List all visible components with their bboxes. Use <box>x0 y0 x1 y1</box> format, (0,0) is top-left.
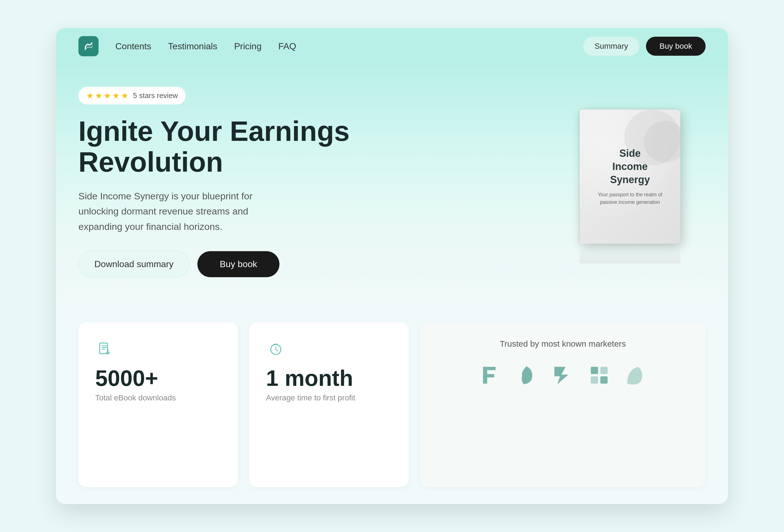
navbar: Contents Testimonials Pricing FAQ Summar… <box>56 28 728 64</box>
brand-logo-1 <box>477 363 503 388</box>
hero-left: ★ ★ ★ ★ ★ 5 stars review Ignite Your Ear… <box>78 87 566 278</box>
book-reflection <box>580 247 680 263</box>
svg-rect-5 <box>600 376 608 384</box>
book-subtitle: Your passport to the realm ofpassive inc… <box>598 191 662 206</box>
stars-badge: ★ ★ ★ ★ ★ 5 stars review <box>78 87 186 105</box>
nav-pricing[interactable]: Pricing <box>234 41 261 52</box>
hero-section: ★ ★ ★ ★ ★ 5 stars review Ignite Your Ear… <box>56 64 728 306</box>
stat-card-time: 1 month Average time to first profit <box>249 322 409 487</box>
nav-testimonials[interactable]: Testimonials <box>168 41 217 52</box>
nav-actions: Summary Buy book <box>583 37 706 56</box>
stat-card-downloads: 5000+ Total eBook downloads <box>78 322 238 487</box>
book-download-icon <box>95 339 115 359</box>
nav-contents[interactable]: Contents <box>115 41 151 52</box>
stat-number-time: 1 month <box>266 367 353 390</box>
brand-logos <box>437 363 689 388</box>
brand-logo-2 <box>514 363 539 388</box>
trusted-title: Trusted by most known marketers <box>437 339 689 348</box>
svg-rect-3 <box>600 367 608 374</box>
star-3: ★ <box>104 91 111 101</box>
nav-faq[interactable]: FAQ <box>278 41 296 52</box>
buy-book-nav-button[interactable]: Buy book <box>646 37 706 56</box>
clock-icon <box>266 339 286 359</box>
brand-logo-3 <box>550 363 576 388</box>
stat-number-downloads: 5000+ <box>95 367 158 390</box>
browser-window: Contents Testimonials Pricing FAQ Summar… <box>56 28 728 504</box>
logo[interactable] <box>78 36 99 56</box>
stats-section: 5000+ Total eBook downloads 1 month Aver… <box>56 306 728 504</box>
star-5: ★ <box>121 91 129 101</box>
svg-rect-2 <box>591 367 598 374</box>
star-2: ★ <box>95 91 103 101</box>
hero-right: SideIncomeSynergy Your passport to the r… <box>566 110 706 255</box>
hero-title: Ignite Your Earnings Revolution <box>78 116 549 177</box>
book-title: SideIncomeSynergy <box>610 147 650 186</box>
trusted-card: Trusted by most known marketers <box>420 322 706 487</box>
download-summary-button[interactable]: Download summary <box>78 251 190 278</box>
svg-rect-0 <box>100 343 108 354</box>
book-container: SideIncomeSynergy Your passport to the r… <box>580 110 692 255</box>
hero-title-line1: Ignite Your Earnings <box>78 115 350 147</box>
hero-buttons: Download summary Buy book <box>78 251 549 278</box>
nav-links: Contents Testimonials Pricing FAQ <box>115 41 583 52</box>
hero-title-line2: Revolution <box>78 146 223 177</box>
brand-logo-4 <box>587 363 612 388</box>
stars: ★ ★ ★ ★ ★ <box>86 91 129 101</box>
star-4: ★ <box>112 91 120 101</box>
stat-label-time: Average time to first profit <box>266 393 355 402</box>
hero-description: Side Income Synergy is your blueprint fo… <box>78 189 274 234</box>
brand-logo-5 <box>623 363 648 388</box>
star-1: ★ <box>86 91 94 101</box>
stars-label: 5 stars review <box>133 91 178 100</box>
book-cover: SideIncomeSynergy Your passport to the r… <box>580 110 680 244</box>
buy-book-hero-button[interactable]: Buy book <box>197 251 279 277</box>
stat-label-downloads: Total eBook downloads <box>95 393 176 402</box>
svg-rect-4 <box>591 376 598 384</box>
summary-button[interactable]: Summary <box>583 37 639 56</box>
